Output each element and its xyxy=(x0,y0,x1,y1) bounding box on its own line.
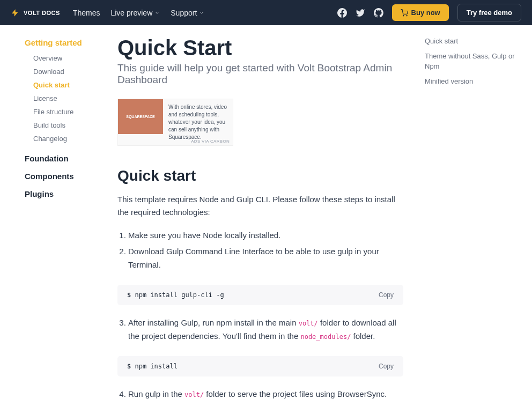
chevron-down-icon xyxy=(154,10,160,16)
nav-themes[interactable]: Themes xyxy=(73,9,100,17)
logo-text: VOLT DOCS xyxy=(24,10,60,16)
social-icons xyxy=(337,8,383,18)
sidebar-item-quick-start[interactable]: Quick start xyxy=(33,78,109,92)
main: Quick Start This guide will help you get… xyxy=(117,25,425,399)
cart-icon xyxy=(401,9,408,17)
step-3: After installing Gulp, run npm install i… xyxy=(128,316,403,343)
steps-list-4: Run gulp in the volt/ folder to serve th… xyxy=(117,387,403,400)
container: Getting started Overview Download Quick … xyxy=(0,25,532,399)
toc: Quick start Theme without Sass, Gulp or … xyxy=(425,25,532,399)
inline-code: volt/ xyxy=(299,320,318,327)
nav-right: Buy now Try free demo xyxy=(337,4,521,21)
intro-text: This template requires Node and Gulp CLI… xyxy=(117,193,403,219)
bolt-icon xyxy=(11,6,19,19)
sidebar-item-changelog[interactable]: Changelog xyxy=(33,132,109,145)
code-block-2: $ npm install Copy xyxy=(117,356,403,376)
ad-brand: SQUARESPACE xyxy=(126,115,155,119)
sidebar-title-components[interactable]: Components xyxy=(25,167,109,185)
nav-left: VOLT DOCS Themes Live preview Support xyxy=(11,6,204,19)
code-block-1: $ npm install gulp-cli -g Copy xyxy=(117,285,403,305)
toc-theme-without[interactable]: Theme without Sass, Gulp or Npm xyxy=(425,49,521,74)
code-text: $ npm install xyxy=(127,363,178,370)
twitter-icon[interactable] xyxy=(356,8,365,18)
sidebar-item-license[interactable]: License xyxy=(33,92,109,105)
steps-list-3: After installing Gulp, run npm install i… xyxy=(117,316,403,343)
steps-list: Make sure you have Node locally installe… xyxy=(117,228,403,272)
facebook-icon[interactable] xyxy=(337,8,347,18)
sidebar-item-build-tools[interactable]: Build tools xyxy=(33,119,109,132)
navbar: VOLT DOCS Themes Live preview Support Bu… xyxy=(0,0,532,25)
code-text: $ npm install gulp-cli -g xyxy=(127,291,224,299)
sidebar-title-getting-started[interactable]: Getting started xyxy=(25,34,109,51)
sidebar-item-file-structure[interactable]: File structure xyxy=(33,105,109,119)
buy-now-button[interactable]: Buy now xyxy=(392,4,449,21)
sidebar-items: Overview Download Quick start License Fi… xyxy=(25,51,109,145)
sidebar-title-foundation[interactable]: Foundation xyxy=(25,150,109,167)
inline-code: volt/ xyxy=(184,391,204,398)
ad-image: SQUARESPACE xyxy=(118,99,163,134)
section-title-quick-start: Quick start xyxy=(117,167,403,184)
svg-point-0 xyxy=(403,15,403,16)
copy-button[interactable]: Copy xyxy=(379,363,394,370)
page-subtitle: This guide will help you get started wit… xyxy=(117,62,403,86)
inline-code: node_modules/ xyxy=(300,333,351,341)
sidebar: Getting started Overview Download Quick … xyxy=(0,25,117,399)
sidebar-section-getting-started: Getting started Overview Download Quick … xyxy=(25,34,109,145)
page-title: Quick Start xyxy=(117,36,403,60)
step-2: Download Gulp Command Line Interface to … xyxy=(128,245,403,272)
sidebar-title-plugins[interactable]: Plugins xyxy=(25,185,109,203)
nav-links: Themes Live preview Support xyxy=(73,9,204,17)
try-demo-button[interactable]: Try free demo xyxy=(457,4,521,21)
copy-button[interactable]: Copy xyxy=(379,291,394,299)
github-icon[interactable] xyxy=(374,8,383,18)
chevron-down-icon xyxy=(199,10,204,16)
sidebar-item-overview[interactable]: Overview xyxy=(33,51,109,65)
ad-box[interactable]: SQUARESPACE With online stores, video an… xyxy=(117,99,233,146)
step-1: Make sure you have Node locally installe… xyxy=(128,228,403,242)
logo[interactable]: VOLT DOCS xyxy=(11,6,60,19)
nav-live-preview[interactable]: Live preview xyxy=(110,9,160,17)
toc-quick-start[interactable]: Quick start xyxy=(425,34,521,49)
toc-minified[interactable]: Minified version xyxy=(425,74,521,89)
ad-credit: ADS VIA CARBON xyxy=(191,139,230,144)
nav-support[interactable]: Support xyxy=(171,9,204,17)
sidebar-item-download[interactable]: Download xyxy=(33,65,109,78)
step-4: Run gulp in the volt/ folder to serve th… xyxy=(128,387,403,400)
svg-point-1 xyxy=(407,15,407,16)
